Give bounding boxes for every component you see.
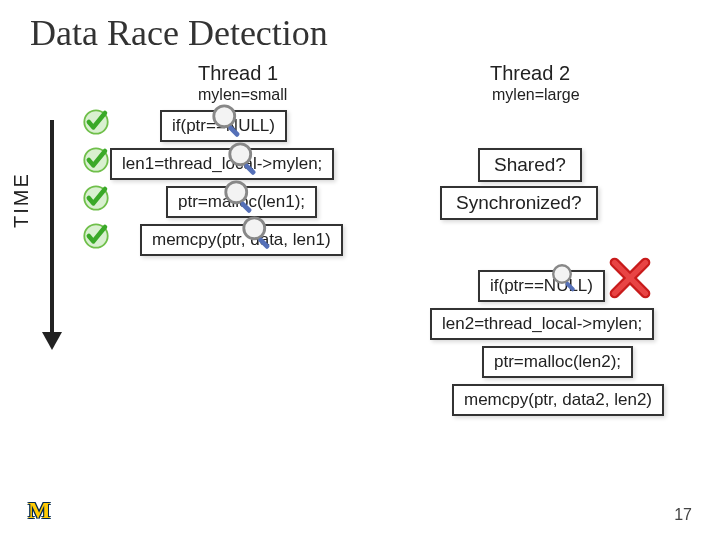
svg-rect-5 (228, 125, 241, 138)
page-number: 17 (674, 506, 692, 524)
synchronized-label: Synchronized? (440, 186, 598, 220)
umich-logo: M (28, 497, 49, 524)
slide-title: Data Race Detection (30, 12, 328, 54)
magnifier-icon (240, 214, 278, 252)
thread2-sub: mylen=large (492, 86, 580, 104)
magnifier-icon (222, 178, 260, 216)
time-arrow-line (50, 120, 54, 335)
check-icon (78, 180, 114, 216)
magnifier-icon (550, 262, 582, 294)
t2-line-2: ptr=malloc(len2); (482, 346, 633, 378)
t1-line-1: len1=thread_local->mylen; (110, 148, 334, 180)
time-arrow-head (42, 332, 62, 350)
svg-rect-11 (258, 237, 271, 250)
check-icon (78, 218, 114, 254)
thread2-header: Thread 2 (490, 62, 570, 85)
magnifier-icon (226, 140, 264, 178)
shared-label: Shared? (478, 148, 582, 182)
thread1-header: Thread 1 (198, 62, 278, 85)
svg-rect-7 (244, 163, 257, 176)
svg-point-6 (230, 144, 251, 165)
magnifier-icon (210, 102, 248, 140)
check-icon (78, 104, 114, 140)
check-icon (78, 142, 114, 178)
time-axis-label: TIME (10, 172, 33, 228)
cross-icon (608, 256, 652, 300)
svg-rect-13 (565, 281, 576, 292)
svg-point-10 (244, 218, 265, 239)
svg-point-4 (214, 106, 235, 127)
svg-point-12 (553, 265, 571, 283)
svg-point-8 (226, 182, 247, 203)
t2-line-3: memcpy(ptr, data2, len2) (452, 384, 664, 416)
svg-rect-9 (240, 201, 253, 214)
t2-line-1: len2=thread_local->mylen; (430, 308, 654, 340)
t2-line-0: if(ptr==NULL) (478, 270, 605, 302)
